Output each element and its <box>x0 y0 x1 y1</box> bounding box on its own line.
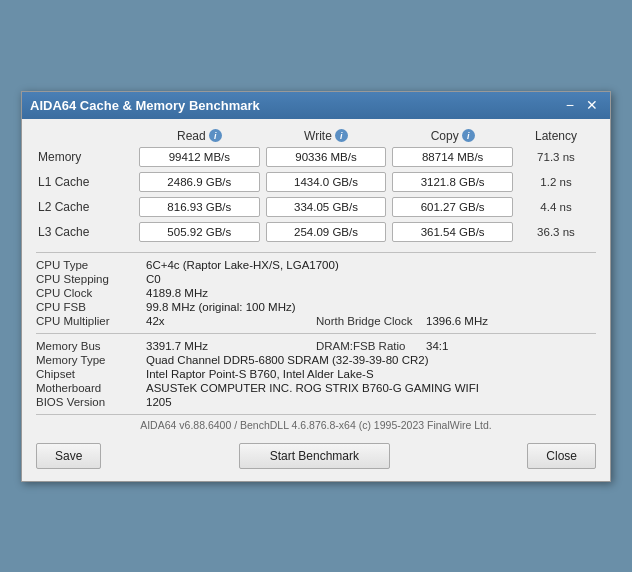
north-bridge-pair: North Bridge Clock 1396.6 MHz <box>316 315 596 327</box>
col-empty <box>36 129 136 143</box>
cpu-type-row: CPU Type 6C+4c (Raptor Lake-HX/S, LGA170… <box>36 259 596 271</box>
bios-row: BIOS Version 1205 <box>36 396 596 408</box>
system-info: CPU Type 6C+4c (Raptor Lake-HX/S, LGA170… <box>36 259 596 327</box>
col-write-header: Write i <box>263 129 390 143</box>
l3-read: 505.92 GB/s <box>139 222 260 242</box>
titlebar: AIDA64 Cache & Memory Benchmark − ✕ <box>22 92 610 119</box>
divider-2 <box>36 333 596 334</box>
l1-read: 2486.9 GB/s <box>139 172 260 192</box>
start-benchmark-button[interactable]: Start Benchmark <box>239 443 390 469</box>
dram-fsb-pair: DRAM:FSB Ratio 34:1 <box>316 340 596 352</box>
memory-bus-dram-row: Memory Bus 3391.7 MHz DRAM:FSB Ratio 34:… <box>36 340 596 352</box>
l3-latency: 36.3 ns <box>516 226 596 238</box>
l2-read: 816.93 GB/s <box>139 197 260 217</box>
l1-copy: 3121.8 GB/s <box>392 172 513 192</box>
divider-1 <box>36 252 596 253</box>
titlebar-buttons: − ✕ <box>562 98 602 112</box>
close-button-bottom[interactable]: Close <box>527 443 596 469</box>
write-info-icon[interactable]: i <box>335 129 348 142</box>
read-info-icon[interactable]: i <box>209 129 222 142</box>
table-row: L1 Cache 2486.9 GB/s 1434.0 GB/s 3121.8 … <box>36 172 596 192</box>
close-button[interactable]: ✕ <box>582 98 602 112</box>
l1-write: 1434.0 GB/s <box>266 172 387 192</box>
l2-write: 334.05 GB/s <box>266 197 387 217</box>
l2-latency: 4.4 ns <box>516 201 596 213</box>
table-row: L3 Cache 505.92 GB/s 254.09 GB/s 361.54 … <box>36 222 596 242</box>
l3-write: 254.09 GB/s <box>266 222 387 242</box>
cpu-multiplier-pair: CPU Multiplier 42x <box>36 315 316 327</box>
memory-write: 90336 MB/s <box>266 147 387 167</box>
copy-info-icon[interactable]: i <box>462 129 475 142</box>
memory-copy: 88714 MB/s <box>392 147 513 167</box>
cpu-fsb-row: CPU FSB 99.8 MHz (original: 100 MHz) <box>36 301 596 313</box>
table-row: Memory 99412 MB/s 90336 MB/s 88714 MB/s … <box>36 147 596 167</box>
memory-read: 99412 MB/s <box>139 147 260 167</box>
table-header: Read i Write i Copy i Latency <box>36 129 596 143</box>
table-row: L2 Cache 816.93 GB/s 334.05 GB/s 601.27 … <box>36 197 596 217</box>
col-read-header: Read i <box>136 129 263 143</box>
chipset-row: Chipset Intel Raptor Point-S B760, Intel… <box>36 368 596 380</box>
memory-latency: 71.3 ns <box>516 151 596 163</box>
l1-latency: 1.2 ns <box>516 176 596 188</box>
l3-copy: 361.54 GB/s <box>392 222 513 242</box>
main-window: AIDA64 Cache & Memory Benchmark − ✕ Read… <box>21 91 611 482</box>
col-latency-header: Latency <box>516 129 596 143</box>
memory-type-row: Memory Type Quad Channel DDR5-6800 SDRAM… <box>36 354 596 366</box>
memory-bus-pair: Memory Bus 3391.7 MHz <box>36 340 316 352</box>
benchmark-table: Read i Write i Copy i Latency Memory 99 <box>36 129 596 242</box>
window-title: AIDA64 Cache & Memory Benchmark <box>30 98 260 113</box>
motherboard-row: Motherboard ASUSTeK COMPUTER INC. ROG ST… <box>36 382 596 394</box>
save-button[interactable]: Save <box>36 443 101 469</box>
col-copy-header: Copy i <box>389 129 516 143</box>
memory-info: Memory Bus 3391.7 MHz DRAM:FSB Ratio 34:… <box>36 340 596 408</box>
cpu-stepping-row: CPU Stepping C0 <box>36 273 596 285</box>
l2-copy: 601.27 GB/s <box>392 197 513 217</box>
content-area: Read i Write i Copy i Latency Memory 99 <box>22 119 610 481</box>
button-bar: Save Start Benchmark Close <box>36 439 596 471</box>
minimize-button[interactable]: − <box>562 98 578 112</box>
cpu-clock-row: CPU Clock 4189.8 MHz <box>36 287 596 299</box>
footer-text: AIDA64 v6.88.6400 / BenchDLL 4.6.876.8-x… <box>36 414 596 431</box>
cpu-multiplier-nb-row: CPU Multiplier 42x North Bridge Clock 13… <box>36 315 596 327</box>
